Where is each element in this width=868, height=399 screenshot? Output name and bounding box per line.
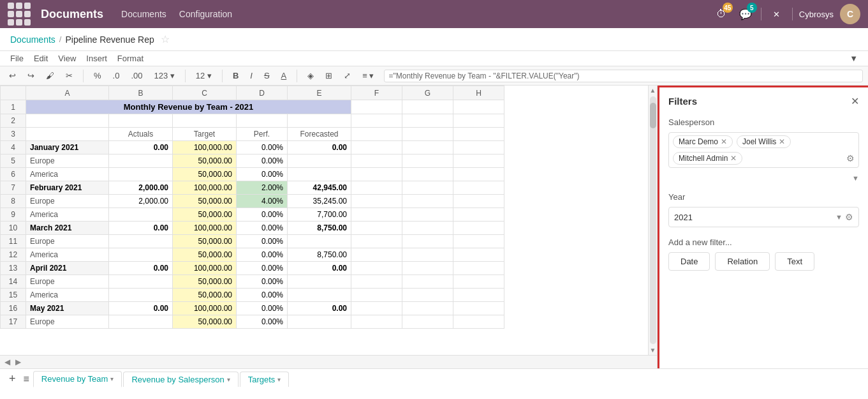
cell-f2[interactable] [351, 114, 402, 128]
clock-badge[interactable]: ⏱ 45 [712, 5, 730, 23]
favorite-star-icon[interactable]: ☆ [161, 33, 170, 45]
scroll-down-icon[interactable]: ▼ [649, 345, 657, 355]
cell-region[interactable]: America [26, 289, 109, 302]
menu-view[interactable]: View [58, 54, 76, 63]
cell-month[interactable]: April 2021 [26, 262, 109, 275]
cell-actuals[interactable]: 0.00 [109, 262, 173, 275]
cell-actuals[interactable] [109, 154, 173, 168]
cell-h11[interactable] [453, 235, 504, 248]
cell-f3[interactable] [351, 128, 402, 141]
cell-target[interactable]: 50,000.00 [173, 235, 237, 248]
cell-forecast[interactable]: 35,245.00 [288, 195, 351, 208]
cell-forecast[interactable]: 0.00 [288, 302, 351, 315]
cell-f8[interactable] [351, 195, 402, 208]
year-value-row[interactable]: 2021 ▼ ⚙ [668, 207, 859, 227]
col-header-g[interactable]: G [402, 86, 453, 100]
cell-a2[interactable] [26, 114, 109, 128]
user-avatar[interactable]: C [840, 4, 860, 24]
fill-button[interactable]: ◈ [304, 69, 318, 82]
cell-target[interactable]: 50,000.00 [173, 168, 237, 181]
cell-target[interactable]: 50,000.00 [173, 154, 237, 168]
nav-link-configuration[interactable]: Configuration [179, 9, 232, 19]
cell-g8[interactable] [402, 195, 453, 208]
dot0-button[interactable]: .0 [109, 69, 124, 82]
cell-month[interactable]: January 2021 [26, 141, 109, 154]
menu-edit[interactable]: Edit [34, 54, 48, 63]
close-icon[interactable]: ✕ [768, 5, 786, 23]
cell-actuals[interactable]: 0.00 [109, 141, 173, 154]
cell-g11[interactable] [402, 235, 453, 248]
tab-sp-dropdown-icon[interactable]: ▾ [227, 376, 230, 383]
cell-h12[interactable] [453, 248, 504, 262]
resize-button[interactable]: ⤢ [340, 69, 355, 82]
date-filter-button[interactable]: Date [668, 252, 710, 271]
cell-g2[interactable] [402, 114, 453, 128]
vertical-scrollbar[interactable]: ▲ ▼ [648, 86, 657, 355]
col-header-d[interactable]: D [237, 86, 288, 100]
cell-e2[interactable] [288, 114, 351, 128]
font-size-button[interactable]: 12 ▾ [192, 69, 216, 82]
cell-perf[interactable]: 0.00% [237, 248, 288, 262]
cell-perf[interactable]: 0.00% [237, 208, 288, 222]
cell-target[interactable]: 100,000.00 [173, 302, 237, 315]
sheet-scroll[interactable]: A B C D E F G H 1 [0, 86, 648, 355]
cell-month[interactable]: March 2021 [26, 222, 109, 235]
col-header-h[interactable]: H [453, 86, 504, 100]
cell-d2[interactable] [237, 114, 288, 128]
bold-button[interactable]: B [229, 69, 242, 82]
scroll-up-icon[interactable]: ▲ [649, 86, 657, 95]
cell-g13[interactable] [402, 262, 453, 275]
year-dropdown-arrow[interactable]: ▼ [835, 213, 842, 221]
nav-link-documents[interactable]: Documents [121, 9, 166, 19]
paint-button[interactable]: 🖌 [42, 69, 58, 82]
cell-region[interactable]: Europe [26, 154, 109, 168]
cell-region[interactable]: America [26, 208, 109, 222]
menu-insert[interactable]: Insert [86, 54, 107, 63]
filter-icon[interactable]: ▼ [850, 54, 858, 63]
cell-actuals[interactable] [109, 235, 173, 248]
cell-g10[interactable] [402, 222, 453, 235]
cell-h2[interactable] [453, 114, 504, 128]
cell-target[interactable]: 50,000.00 [173, 195, 237, 208]
cell-perf[interactable]: 0.00% [237, 222, 288, 235]
cell-forecast[interactable]: 8,750.00 [288, 248, 351, 262]
dot00-button[interactable]: .00 [127, 69, 146, 82]
cell-forecast[interactable]: 0.00 [288, 141, 351, 154]
cell-g5[interactable] [402, 154, 453, 168]
cell-f15[interactable] [351, 289, 402, 302]
col-header-c[interactable]: C [173, 86, 237, 100]
cell-f17[interactable] [351, 315, 402, 329]
cell-h6[interactable] [453, 168, 504, 181]
cell-g7[interactable] [402, 181, 453, 195]
tag-marc-demo[interactable]: Marc Demo ✕ [673, 135, 733, 148]
scissors-button[interactable]: ✂ [62, 69, 77, 82]
cell-forecast[interactable]: 42,945.00 [288, 181, 351, 195]
cell-f5[interactable] [351, 154, 402, 168]
cell-target[interactable]: 100,000.00 [173, 222, 237, 235]
cell-h13[interactable] [453, 262, 504, 275]
scroll-thumb[interactable] [650, 103, 656, 128]
cell-perf[interactable]: 0.00% [237, 168, 288, 181]
cell-g6[interactable] [402, 168, 453, 181]
cell-g9[interactable] [402, 208, 453, 222]
text-filter-button[interactable]: Text [775, 252, 814, 271]
cell-target[interactable]: 50,000.00 [173, 315, 237, 329]
tag-mitchell-remove[interactable]: ✕ [730, 154, 737, 163]
cell-f1[interactable] [351, 100, 402, 114]
cell-region[interactable]: Europe [26, 315, 109, 329]
cell-g15[interactable] [402, 289, 453, 302]
align-button[interactable]: ≡ ▾ [358, 69, 378, 82]
col-header-f[interactable]: F [351, 86, 402, 100]
tab-targets[interactable]: Targets ▾ [240, 372, 290, 387]
cell-forecast[interactable]: 0.00 [288, 262, 351, 275]
cell-forecast[interactable] [288, 154, 351, 168]
cell-h14[interactable] [453, 275, 504, 289]
cell-f11[interactable] [351, 235, 402, 248]
cell-f14[interactable] [351, 275, 402, 289]
cell-target[interactable]: 50,000.00 [173, 248, 237, 262]
cell-actuals[interactable] [109, 168, 173, 181]
cell-h9[interactable] [453, 208, 504, 222]
cell-target[interactable]: 100,000.00 [173, 262, 237, 275]
cell-actuals[interactable]: 0.00 [109, 222, 173, 235]
num123-button[interactable]: 123 ▾ [150, 69, 178, 82]
